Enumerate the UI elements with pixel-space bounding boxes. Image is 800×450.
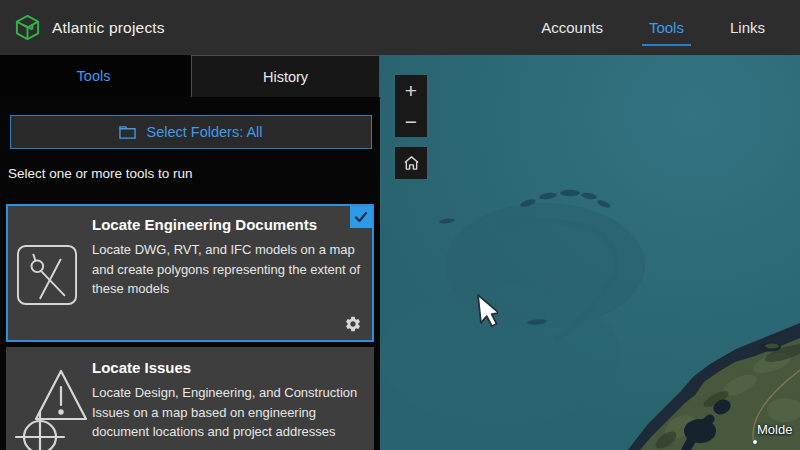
select-folders-button[interactable]: Select Folders: All: [10, 115, 372, 149]
tab-history[interactable]: History: [191, 55, 380, 97]
warning-crosshair-icon: [8, 357, 98, 450]
tool-card-locate-engineering-documents[interactable]: Locate Engineering Documents Locate DWG,…: [6, 204, 374, 342]
folder-icon: [119, 125, 136, 140]
zoom-in-button[interactable]: +: [395, 75, 427, 106]
molde-marker-dot: [753, 440, 758, 445]
panel-hint: Select one or more tools to run: [8, 166, 380, 181]
green-cube-logo-icon: [14, 14, 41, 41]
app-title: Atlantic projects: [52, 19, 165, 37]
nav-tools[interactable]: Tools: [626, 0, 707, 55]
tools-panel: Tools History Select Folders: All Select…: [0, 55, 380, 450]
home-button[interactable]: [395, 147, 427, 179]
zoom-controls: + −: [395, 75, 427, 137]
mouse-cursor-icon: [472, 293, 498, 333]
select-folders-label: Select Folders: All: [146, 124, 262, 140]
map-label-molde: Molde: [757, 422, 792, 437]
app-header: Atlantic projects Accounts Tools Links: [0, 0, 800, 55]
tab-tools[interactable]: Tools: [0, 55, 187, 97]
zoom-out-button[interactable]: −: [395, 106, 427, 137]
nav-links[interactable]: Links: [707, 0, 788, 55]
nav-accounts[interactable]: Accounts: [518, 0, 626, 55]
gear-icon[interactable]: [344, 315, 362, 333]
tool-checkbox-checked[interactable]: [350, 206, 372, 228]
panel-tabs: Tools History: [0, 55, 380, 97]
check-icon: [354, 211, 368, 223]
tool-title: Locate Issues: [92, 359, 364, 376]
home-icon: [403, 155, 420, 171]
tool-card-locate-issues[interactable]: Locate Issues Locate Design, Engineering…: [6, 347, 374, 450]
main-area: Tools History Select Folders: All Select…: [0, 55, 800, 450]
tool-description: Locate Design, Engineering, and Construc…: [92, 383, 364, 442]
tool-description: Locate DWG, RVT, and IFC models on a map…: [92, 240, 364, 299]
map-view[interactable]: + − Molde: [380, 55, 800, 450]
tool-title: Locate Engineering Documents: [92, 216, 364, 233]
top-nav: Accounts Tools Links: [518, 0, 788, 55]
satellite-basemap[interactable]: [380, 55, 800, 450]
drafting-compass-icon: [16, 244, 78, 306]
